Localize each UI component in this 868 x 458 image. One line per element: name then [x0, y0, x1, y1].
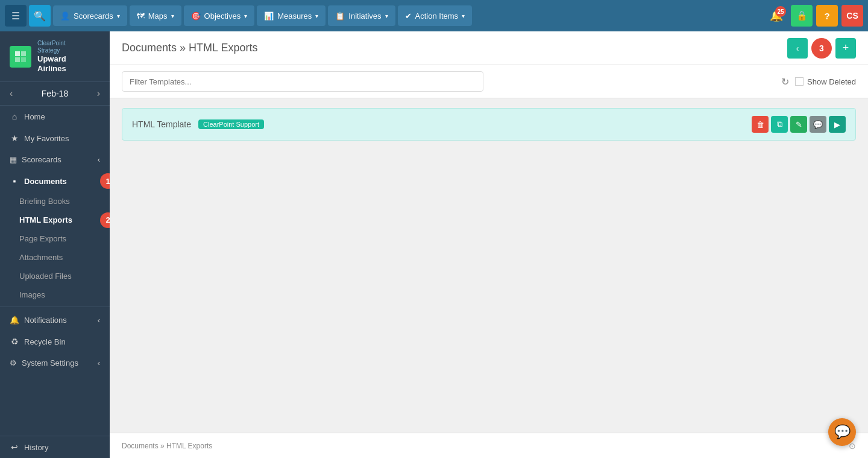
documents-label: Documents: [24, 177, 67, 186]
template-row: HTML Template ClearPoint Support 🗑 ⧉ ✎ 💬: [122, 108, 856, 141]
notification-button[interactable]: 🔔 25: [766, 5, 787, 27]
template-edit-button[interactable]: ✎: [790, 116, 807, 133]
home-label: Home: [24, 112, 45, 121]
caret-icon: ▾: [171, 13, 174, 19]
caret-icon: ▾: [117, 13, 120, 19]
sidebar-item-html-exports[interactable]: HTML Exports 2: [0, 211, 110, 229]
comment-icon: 💬: [813, 120, 823, 129]
template-delete-button[interactable]: 🗑: [752, 116, 769, 133]
caret-icon: ▾: [244, 13, 247, 19]
play-icon: ▶: [834, 120, 840, 129]
scorecards-menu[interactable]: 👤 Scorecards ▾: [53, 5, 127, 26]
scorecards-section-icon: ▦: [10, 155, 17, 164]
refresh-button[interactable]: ↻: [781, 76, 789, 87]
add-template-button[interactable]: +: [835, 38, 856, 59]
measures-menu[interactable]: 📊 Measures ▾: [257, 5, 326, 26]
content-breadcrumb: Documents » HTML Exports: [122, 42, 257, 54]
footer: Documents » HTML Exports ⊙: [110, 433, 868, 458]
objectives-menu[interactable]: 🎯 Objectives ▾: [184, 5, 255, 26]
avatar-button[interactable]: CS: [841, 5, 863, 27]
footer-breadcrumb: Documents » HTML Exports: [122, 442, 212, 450]
notifications-section-label: Notifications: [24, 316, 67, 325]
scorecards-section-label: Scorecards: [22, 155, 61, 164]
logo-company: UpwardAirlines: [37, 54, 66, 73]
settings-collapse-icon: ‹: [98, 358, 100, 367]
header-btn-left[interactable]: ‹: [787, 38, 808, 59]
header-actions: ‹ 3 +: [787, 38, 856, 59]
maps-icon: 🗺: [137, 11, 145, 21]
sidebar-item-history[interactable]: ↩ History: [0, 436, 110, 458]
objectives-icon: 🎯: [191, 11, 201, 21]
sidebar-period-nav: ‹ Feb-18 ›: [0, 82, 110, 106]
show-deleted-label[interactable]: Show Deleted: [795, 77, 856, 86]
initiatives-menu[interactable]: 📋 Initiatives ▾: [328, 5, 395, 26]
sidebar-system-settings-section[interactable]: ⚙ System Settings ‹: [0, 352, 110, 374]
initiatives-icon: 📋: [335, 11, 345, 21]
sidebar-item-favorites[interactable]: ★ My Favorites: [0, 127, 110, 149]
copy-icon: ⧉: [777, 119, 782, 129]
table-area: HTML Template ClearPoint Support 🗑 ⧉ ✎ 💬: [110, 98, 868, 433]
template-name: HTML Template: [132, 119, 191, 129]
toolbar: ↻ Show Deleted: [110, 65, 868, 98]
sidebar-item-images[interactable]: Images: [0, 285, 110, 304]
hamburger-button[interactable]: ☰: [5, 5, 27, 27]
caret-icon: ▾: [315, 13, 318, 19]
next-period-button[interactable]: ›: [97, 88, 100, 99]
action-items-icon: ✔: [405, 11, 412, 21]
lock-icon: 🔒: [796, 10, 808, 21]
navbar: ☰ 🔍 👤 Scorecards ▾ 🗺 Maps ▾ 🎯 Objectives…: [0, 0, 868, 31]
step-3-badge: 3: [811, 38, 832, 59]
sidebar-logo: ClearPointStrategy UpwardAirlines: [0, 31, 110, 82]
sidebar-item-briefing-books[interactable]: Briefing Books: [0, 192, 110, 211]
logo-icon: [10, 46, 31, 68]
template-play-button[interactable]: ▶: [829, 116, 846, 133]
sidebar-divider-1: [0, 307, 110, 307]
sidebar-item-recycle-bin[interactable]: ♻ Recycle Bin: [0, 331, 110, 352]
content-area: Documents » HTML Exports ‹ 3 + ↻ Show De…: [110, 31, 868, 458]
sidebar-scorecards-section[interactable]: ▦ Scorecards ‹: [0, 149, 110, 170]
prev-period-button[interactable]: ‹: [10, 88, 13, 99]
caret-icon: ▾: [462, 13, 465, 19]
step-2-badge: 2: [100, 212, 110, 228]
scorecards-icon: 👤: [60, 11, 70, 21]
sidebar-notifications-section[interactable]: 🔔 Notifications ‹: [0, 310, 110, 331]
star-icon: ★: [10, 133, 19, 143]
recycle-bin-label: Recycle Bin: [24, 337, 66, 346]
main-layout: ClearPointStrategy UpwardAirlines ‹ Feb-…: [0, 31, 868, 458]
edit-icon: ✎: [796, 120, 802, 129]
lock-button[interactable]: 🔒: [791, 5, 813, 27]
template-copy-button[interactable]: ⧉: [771, 116, 788, 133]
svg-rect-2: [15, 57, 20, 62]
template-comment-button[interactable]: 💬: [810, 116, 826, 133]
sidebar-item-attachments[interactable]: Attachments: [0, 248, 110, 267]
svg-rect-1: [21, 51, 26, 56]
scorecards-collapse-icon: ‹: [98, 155, 100, 164]
action-items-menu[interactable]: ✔ Action Items ▾: [398, 5, 473, 26]
chat-button[interactable]: 💬: [828, 418, 856, 446]
sidebar-item-home[interactable]: ⌂ Home: [0, 106, 110, 127]
documents-icon: ▪: [10, 176, 19, 186]
show-deleted-checkbox[interactable]: [795, 77, 804, 86]
settings-label: System Settings: [22, 358, 78, 367]
sidebar-item-page-exports[interactable]: Page Exports: [0, 229, 110, 248]
home-icon: ⌂: [10, 112, 19, 121]
template-badge: ClearPoint Support: [198, 119, 264, 129]
help-button[interactable]: ?: [816, 5, 838, 27]
chat-icon: 💬: [834, 424, 851, 440]
logo-clearpoint: ClearPointStrategy: [37, 40, 66, 54]
notifications-collapse-icon: ‹: [98, 316, 100, 325]
search-button[interactable]: 🔍: [29, 5, 51, 27]
toolbar-right: ↻ Show Deleted: [781, 76, 856, 87]
template-actions: 🗑 ⧉ ✎ 💬 ▶: [752, 116, 846, 133]
history-label: History: [24, 443, 48, 452]
filter-input[interactable]: [122, 71, 483, 92]
notifications-section-icon: 🔔: [10, 316, 19, 325]
svg-rect-3: [21, 57, 26, 62]
measures-icon: 📊: [264, 11, 274, 21]
svg-rect-0: [15, 51, 20, 56]
current-period: Feb-18: [42, 89, 68, 98]
nav-right: 🔔 25 🔒 ? CS: [766, 5, 863, 27]
sidebar-item-documents[interactable]: ▪ Documents 1: [0, 170, 110, 192]
sidebar-item-uploaded-files[interactable]: Uploaded Files: [0, 267, 110, 285]
maps-menu[interactable]: 🗺 Maps ▾: [130, 5, 181, 26]
